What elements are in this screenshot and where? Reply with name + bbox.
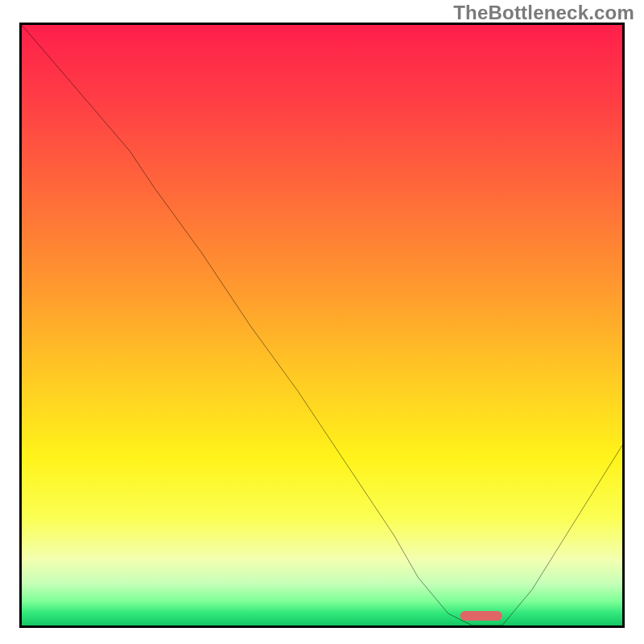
plot-area xyxy=(19,23,625,628)
watermark-text: TheBottleneck.com xyxy=(453,2,634,24)
chart-container: TheBottleneck.com xyxy=(0,0,644,644)
chart-svg xyxy=(22,25,622,625)
bottleneck-curve xyxy=(22,25,622,625)
optimal-range-marker xyxy=(460,611,502,621)
